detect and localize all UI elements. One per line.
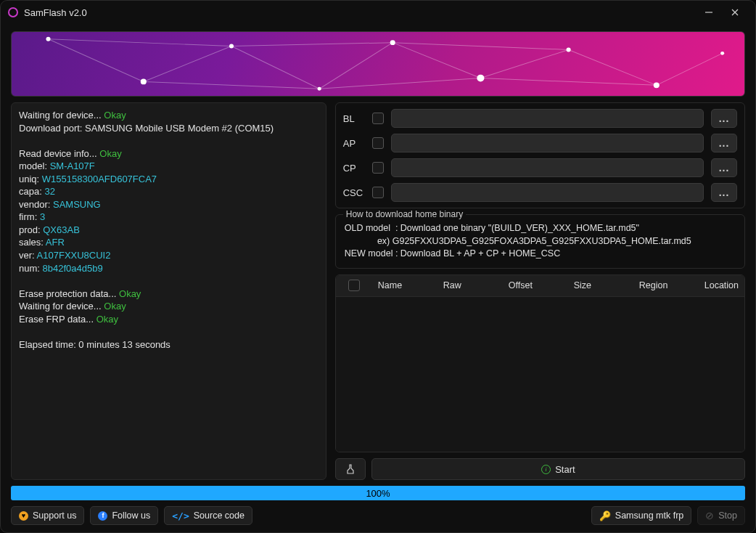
svg-line-3	[49, 39, 144, 82]
close-button[interactable]	[722, 2, 748, 23]
slot-row-cp: CP ...	[343, 158, 737, 177]
table-header: Name Raw Offset Size Region Location	[336, 275, 744, 297]
slot-label: BL	[343, 113, 365, 124]
svg-line-15	[231, 43, 393, 46]
banner-image	[11, 31, 745, 97]
info-icon: i	[541, 465, 551, 474]
code-icon: </>	[172, 510, 189, 521]
howto-legend: How to download home binary	[343, 209, 466, 219]
slot-checkbox-cp[interactable]	[372, 162, 384, 174]
slot-input-bl[interactable]	[391, 109, 704, 128]
titlebar: SamFlash v2.0	[1, 1, 755, 24]
browse-button-ap[interactable]: ...	[711, 134, 737, 152]
svg-point-23	[567, 48, 571, 52]
svg-line-10	[657, 53, 723, 85]
svg-point-18	[141, 79, 147, 85]
key-icon: 🔑	[599, 510, 611, 521]
svg-line-12	[144, 81, 319, 89]
app-window: SamFlash v2.0 Waiting for device... Okay…	[0, 0, 756, 533]
svg-line-11	[49, 39, 232, 46]
table-checkbox-all[interactable]	[348, 280, 360, 291]
svg-point-24	[654, 82, 660, 88]
slot-input-csc[interactable]	[391, 183, 704, 202]
svg-point-25	[720, 52, 724, 55]
source-button[interactable]: </>Source code	[164, 506, 252, 525]
slot-row-bl: BL ...	[343, 109, 737, 128]
app-logo-icon	[8, 7, 18, 17]
follow-button[interactable]: fFollow us	[90, 506, 158, 525]
svg-line-5	[231, 46, 319, 89]
slot-checkbox-bl[interactable]	[372, 113, 384, 124]
col-raw: Raw	[437, 280, 503, 290]
col-size: Size	[568, 280, 633, 290]
svg-line-8	[480, 49, 568, 78]
clear-button[interactable]	[335, 458, 366, 480]
slot-input-ap[interactable]	[391, 134, 704, 152]
slot-checkbox-ap[interactable]	[372, 137, 384, 149]
slot-input-cp[interactable]	[391, 158, 704, 177]
firmware-slots: BL ... AP ... CP .	[335, 102, 745, 208]
log-panel: Waiting for device... Okay Download port…	[11, 102, 326, 480]
svg-point-22	[477, 75, 484, 82]
col-name: Name	[372, 280, 437, 290]
support-button[interactable]: ♥Support us	[11, 506, 84, 525]
samsung-frp-button[interactable]: 🔑Samsung mtk frp	[591, 506, 691, 525]
slot-checkbox-csc[interactable]	[372, 187, 384, 198]
stop-button[interactable]: ⊘Stop	[697, 506, 745, 525]
svg-line-13	[393, 43, 568, 50]
brush-icon	[345, 463, 356, 475]
slot-label: CP	[343, 163, 365, 174]
slot-label: AP	[343, 138, 365, 149]
svg-point-20	[318, 87, 321, 91]
svg-point-19	[229, 44, 234, 49]
svg-line-16	[319, 78, 480, 89]
svg-point-17	[46, 37, 50, 41]
slot-row-ap: AP ...	[343, 134, 737, 152]
app-title: SamFlash v2.0	[24, 7, 87, 18]
col-region: Region	[633, 280, 699, 290]
progress-bar: 100%	[11, 486, 745, 500]
col-location: Location	[699, 280, 744, 290]
start-button[interactable]: i Start	[371, 458, 745, 480]
browse-button-csc[interactable]: ...	[711, 183, 737, 202]
browse-button-cp[interactable]: ...	[711, 158, 737, 177]
howto-panel: How to download home binary OLD model : …	[335, 214, 745, 269]
svg-line-14	[480, 78, 656, 86]
svg-line-4	[144, 46, 231, 82]
slot-row-csc: CSC ...	[343, 183, 737, 202]
partition-table: Name Raw Offset Size Region Location	[335, 274, 745, 453]
browse-button-bl[interactable]: ...	[711, 109, 737, 128]
table-body	[336, 297, 744, 452]
col-offset: Offset	[503, 280, 568, 290]
stop-icon: ⊘	[705, 510, 714, 521]
svg-line-9	[569, 49, 657, 85]
howto-text: OLD model : Download one binary "(BUILD_…	[345, 222, 736, 261]
start-label: Start	[555, 464, 575, 475]
svg-point-21	[390, 40, 395, 45]
svg-line-7	[393, 43, 480, 78]
slot-label: CSC	[343, 187, 365, 198]
footer-bar: ♥Support us fFollow us </>Source code 🔑S…	[11, 506, 745, 525]
follow-icon: f	[98, 511, 107, 521]
support-icon: ♥	[19, 511, 28, 521]
svg-line-6	[319, 43, 393, 89]
minimize-button[interactable]	[696, 2, 722, 23]
